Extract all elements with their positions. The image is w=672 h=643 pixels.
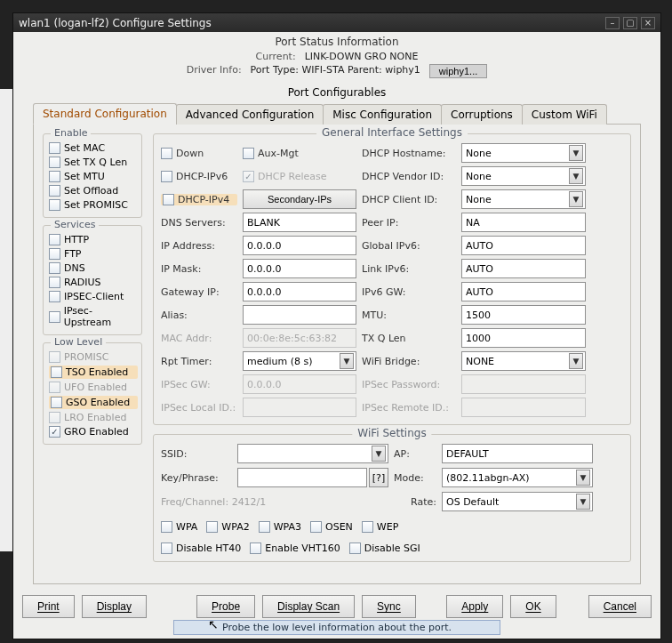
rate-select[interactable]: OS Default▼ bbox=[442, 492, 593, 511]
ll-tso-chk[interactable] bbox=[51, 366, 62, 378]
close-icon[interactable]: × bbox=[641, 17, 655, 29]
ll-gso-chk[interactable] bbox=[51, 397, 62, 408]
ht40-chk[interactable] bbox=[161, 543, 172, 554]
wep-label: WEP bbox=[377, 521, 398, 533]
key-input[interactable] bbox=[237, 468, 367, 487]
gw-label: Gateway IP: bbox=[161, 286, 237, 298]
tab-corruptions[interactable]: Corruptions bbox=[441, 104, 523, 125]
osen-label: OSEN bbox=[325, 521, 353, 533]
wiphy-button[interactable]: wiphy1... bbox=[429, 64, 487, 78]
general-group: General Interface Settings Down Aux-Mgt … bbox=[153, 133, 631, 425]
vht160-chk[interactable] bbox=[250, 543, 261, 554]
osen-chk[interactable] bbox=[310, 521, 322, 533]
sync-button[interactable]: Sync bbox=[362, 595, 416, 618]
ll-gro-label: GRO Enabled bbox=[64, 426, 129, 438]
display-button[interactable]: Display bbox=[82, 595, 147, 618]
chevron-down-icon: ▼ bbox=[576, 470, 590, 486]
minimize-icon[interactable]: – bbox=[605, 17, 620, 29]
iplid-input bbox=[243, 398, 356, 417]
down-chk[interactable] bbox=[161, 148, 172, 159]
wpa-label: WPA bbox=[176, 521, 197, 533]
auxmgt-chk[interactable] bbox=[243, 148, 254, 159]
enable-set-offload-chk[interactable] bbox=[49, 185, 60, 197]
wifi-group: WiFi Settings SSID: ▼ AP: Key/Phrase: [?… bbox=[153, 434, 631, 562]
wifi-group-title: WiFi Settings bbox=[352, 427, 431, 439]
peer-input[interactable] bbox=[461, 213, 586, 232]
svc-dns-label: DNS bbox=[64, 262, 85, 274]
psi-current-label: Current: bbox=[256, 51, 296, 62]
enable-set-promisc-chk[interactable] bbox=[49, 199, 60, 211]
enable-set-mtu-label: Set MTU bbox=[64, 171, 105, 182]
enable-set-mtu-chk[interactable] bbox=[49, 171, 60, 182]
enable-set-txq-chk[interactable] bbox=[49, 157, 60, 168]
tab-custom-wifi[interactable]: Custom WiFi bbox=[522, 104, 607, 125]
l6-input[interactable] bbox=[461, 259, 586, 278]
gw-input[interactable] bbox=[243, 282, 356, 301]
iprid-label: IPSec Remote ID.: bbox=[362, 402, 456, 414]
mask-label: IP Mask: bbox=[161, 263, 237, 275]
wpa-chk[interactable] bbox=[161, 521, 172, 533]
dhcp4-chk[interactable] bbox=[163, 194, 174, 205]
cancel-button[interactable]: Cancel bbox=[588, 595, 652, 618]
key-help-button[interactable]: [?] bbox=[369, 468, 388, 487]
ap-label: AP: bbox=[394, 448, 436, 460]
apply-button[interactable]: Apply bbox=[446, 595, 503, 618]
ll-gro-chk[interactable] bbox=[49, 426, 60, 438]
svc-radius-chk[interactable] bbox=[49, 277, 60, 288]
vht160-label: Enable VHT160 bbox=[265, 543, 340, 554]
print-button[interactable]: Print bbox=[22, 595, 75, 618]
svc-ipsec-client-chk[interactable] bbox=[49, 291, 60, 302]
dhcp-hostname-select[interactable]: None▼ bbox=[461, 143, 586, 163]
enable-set-mac-label: Set MAC bbox=[64, 142, 105, 154]
wep-chk[interactable] bbox=[362, 521, 373, 533]
rate-label: Rate: bbox=[394, 496, 436, 508]
chevron-down-icon: ▼ bbox=[569, 145, 583, 161]
g6-input[interactable] bbox=[461, 236, 586, 255]
svc-ipsec-upstream-chk[interactable] bbox=[49, 311, 60, 323]
alias-input[interactable] bbox=[243, 305, 356, 325]
l6-label: Link IPv6: bbox=[362, 263, 456, 275]
dhcp6-chk[interactable] bbox=[161, 171, 172, 182]
secondary-ips-button[interactable]: Secondary-IPs bbox=[243, 189, 356, 209]
svc-ftp-chk[interactable] bbox=[49, 248, 60, 260]
wpa2-chk[interactable] bbox=[206, 521, 218, 533]
sgi-chk[interactable] bbox=[349, 543, 361, 554]
svc-dns-chk[interactable] bbox=[49, 262, 60, 274]
ll-lro-label: LRO Enabled bbox=[64, 412, 126, 423]
svc-radius-label: RADIUS bbox=[64, 277, 100, 288]
mac-label: MAC Addr: bbox=[161, 333, 237, 344]
txq-input[interactable] bbox=[461, 328, 586, 348]
enable-set-mac-chk[interactable] bbox=[49, 142, 60, 154]
status-tooltip: Probe the low level information about th… bbox=[173, 620, 500, 635]
display-scan-button[interactable]: Display Scan bbox=[262, 595, 355, 618]
tab-misc[interactable]: Misc Configuration bbox=[323, 104, 442, 125]
tab-advanced[interactable]: Advanced Configuration bbox=[176, 104, 324, 125]
wpa3-chk[interactable] bbox=[259, 521, 270, 533]
ll-lro-chk bbox=[49, 412, 60, 423]
ap-input[interactable] bbox=[442, 444, 593, 463]
mtu-input[interactable] bbox=[461, 305, 586, 325]
ok-button[interactable]: OK bbox=[510, 595, 556, 618]
enable-set-promisc-label: Set PROMISC bbox=[64, 199, 128, 211]
svc-http-chk[interactable] bbox=[49, 234, 60, 245]
dns-input[interactable] bbox=[243, 213, 356, 232]
ll-ufo-chk bbox=[49, 382, 60, 393]
iprid-input bbox=[461, 398, 586, 417]
mask-input[interactable] bbox=[243, 259, 356, 278]
v6gw-input[interactable] bbox=[461, 282, 586, 301]
rpt-select[interactable]: medium (8 s)▼ bbox=[243, 351, 356, 371]
ll-promisc-chk bbox=[49, 351, 60, 363]
probe-button[interactable]: Probe bbox=[196, 595, 255, 618]
g6-label: Global IPv6: bbox=[362, 240, 456, 252]
ll-promisc-label: PROMISC bbox=[64, 351, 108, 363]
ip-input[interactable] bbox=[243, 236, 356, 255]
tab-standard[interactable]: Standard Configuration bbox=[33, 103, 177, 125]
svc-http-label: HTTP bbox=[64, 234, 89, 245]
maximize-icon[interactable]: ▢ bbox=[623, 17, 637, 29]
tab-strip: Standard Configuration Advanced Configur… bbox=[33, 102, 641, 125]
dhcp-client-select[interactable]: None▼ bbox=[461, 189, 586, 209]
dhcp-vendor-select[interactable]: None▼ bbox=[461, 166, 586, 186]
ssid-select[interactable]: ▼ bbox=[237, 444, 388, 463]
mode-select[interactable]: (802.11abgn-AX)▼ bbox=[442, 468, 593, 487]
wbr-select[interactable]: NONE▼ bbox=[461, 351, 586, 371]
